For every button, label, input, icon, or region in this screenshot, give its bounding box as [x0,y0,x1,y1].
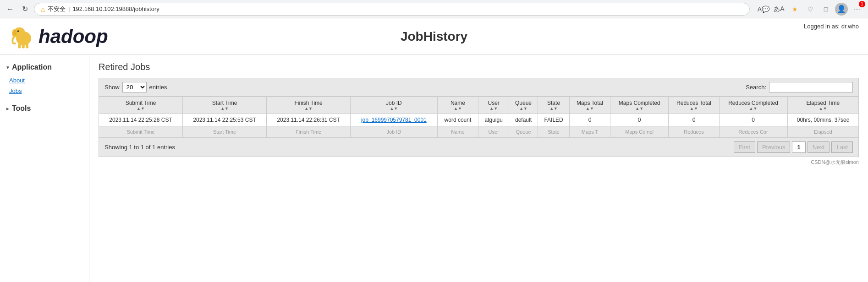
watermark: CSDN@水无痕simon [99,159,859,166]
col-user[interactable]: User ▲▼ [478,97,509,114]
footer-maps-total: Maps T [570,126,610,138]
cell-maps-completed: 0 [610,114,669,126]
cell-user: atguigu [478,114,509,126]
footer-queue: Queue [509,126,538,138]
col-state[interactable]: State ▲▼ [538,97,569,114]
footer-name: Name [437,126,478,138]
next-button[interactable]: Next [808,141,830,153]
search-label: Search: [746,84,766,91]
pagination-buttons: First Previous 1 Next Last [734,141,853,153]
back-button[interactable]: ← [5,4,16,15]
col-reduces-completed[interactable]: Reduces Completed ▲▼ [719,97,787,114]
browser-icons: A💬 あA ★ ♡ □ 👤 ⋯ [757,3,863,16]
content-area: Retired Jobs Show 20 50 100 entries Sear… [89,55,868,282]
cell-elapsed: 00hrs, 00mins, 37sec [787,114,858,126]
cell-reduces-completed: 0 [719,114,787,126]
sidebar-item-about[interactable]: About [0,75,89,86]
table-footer: Showing 1 to 1 of 1 entries First Previo… [99,138,859,157]
tools-label: Tools [12,104,31,113]
japanese-translate-button[interactable]: あA [773,3,786,16]
show-label: Show [104,84,120,91]
first-button[interactable]: First [734,141,755,153]
security-warning-icon: △ [41,6,45,12]
footer-finish-time: Finish Time [267,126,351,138]
table-row: 2023.11.14 22:25:28 CST2023.11.14 22:25:… [99,114,859,126]
last-button[interactable]: Last [831,141,853,153]
svg-rect-5 [18,43,21,49]
cell-name: word count [437,114,478,126]
cell-state: FAILED [538,114,569,126]
page-1-button[interactable]: 1 [792,141,805,153]
col-maps-completed[interactable]: Maps Completed ▲▼ [610,97,669,114]
tools-section: ► Tools [0,101,89,116]
footer-user: User [478,126,509,138]
more-options-button[interactable]: ⋯ [851,3,863,16]
col-job-id[interactable]: Job ID ▲▼ [351,97,437,114]
col-reduces-total[interactable]: Reduces Total ▲▼ [669,97,719,114]
cell-maps-total: 0 [570,114,610,126]
entries-select[interactable]: 20 50 100 [122,82,147,92]
sidebar-item-jobs[interactable]: Jobs [0,86,89,96]
warning-text: 不安全 [48,5,66,13]
hadoop-text: hadoop [38,26,108,48]
svg-rect-7 [26,43,28,49]
footer-reduces-completed: Reduces Cor [719,126,787,138]
table-controls: Show 20 50 100 entries Search: [99,78,859,97]
col-name[interactable]: Name ▲▼ [437,97,478,114]
col-submit-time[interactable]: Submit Time ▲▼ [99,97,183,114]
entries-label: entries [149,84,167,91]
footer-maps-completed: Maps Compl [610,126,669,138]
application-section-header[interactable]: ▼ Application [0,60,89,75]
screenshot-button[interactable]: □ [819,3,832,16]
col-start-time[interactable]: Start Time ▲▼ [183,97,267,114]
col-queue[interactable]: Queue ▲▼ [509,97,538,114]
cell-queue: default [509,114,538,126]
logged-in-text: Logged in as: dr.who [804,23,859,30]
application-arrow-icon: ▼ [5,65,10,70]
jobs-table: Submit Time ▲▼ Start Time ▲▼ Finish Time… [99,97,859,138]
main-layout: ▼ Application About Jobs ► Tools Retired… [0,55,868,282]
tools-arrow-icon: ► [5,106,10,111]
app-header: hadoop JobHistory Logged in as: dr.who [0,18,868,55]
profile-button[interactable]: 👤 [835,3,848,16]
cell-start-time: 2023.11.14 22:25:53 CST [183,114,267,126]
hadoop-elephant-icon [9,23,37,50]
footer-elapsed: Elapsed [787,126,858,138]
footer-submit-time: Submit Time [99,126,183,138]
cell-reduces-total: 0 [669,114,719,126]
footer-state: State [538,126,569,138]
hadoop-logo: hadoop [9,23,108,50]
table-footer-row: Submit Time Start Time Finish Time Job I… [99,126,859,138]
svg-point-4 [17,30,19,32]
footer-start-time: Start Time [183,126,267,138]
cell-submit-time: 2023.11.14 22:25:28 CST [99,114,183,126]
retired-jobs-title: Retired Jobs [99,62,859,72]
browser-chrome: ← ↻ △ 不安全 | 192.168.10.102:19888/jobhist… [0,0,868,18]
table-body: 2023.11.14 22:25:28 CST2023.11.14 22:25:… [99,114,859,126]
favorites-button[interactable]: ♡ [804,3,817,16]
previous-button[interactable]: Previous [757,141,791,153]
url-text[interactable]: 192.168.10.102:19888/jobhistory [72,5,159,12]
col-elapsed-time[interactable]: Elapsed Time ▲▼ [787,97,858,114]
cell-job-id[interactable]: job_1699970579781_0001 [351,114,437,126]
bookmark-button[interactable]: ★ [788,3,801,16]
search-area: Search: [746,82,853,92]
table-header-row: Submit Time ▲▼ Start Time ▲▼ Finish Time… [99,97,859,114]
search-input[interactable] [769,82,853,92]
pagination-info: Showing 1 to 1 of 1 entries [104,144,175,151]
refresh-button[interactable]: ↻ [19,4,30,15]
address-bar: △ 不安全 | 192.168.10.102:19888/jobhistory [34,3,750,16]
show-entries-control: Show 20 50 100 entries [104,82,167,92]
sidebar: ▼ Application About Jobs ► Tools [0,55,89,282]
svg-rect-6 [22,43,25,49]
footer-reduces-total: Reduces [669,126,719,138]
col-maps-total[interactable]: Maps Total ▲▼ [570,97,610,114]
tools-section-header[interactable]: ► Tools [0,101,89,116]
page-main-title: JobHistory [401,29,467,44]
translate-button[interactable]: A💬 [757,3,770,16]
col-finish-time[interactable]: Finish Time ▲▼ [267,97,351,114]
application-label: Application [12,63,52,71]
cell-finish-time: 2023.11.14 22:26:31 CST [267,114,351,126]
footer-job-id: Job ID [351,126,437,138]
